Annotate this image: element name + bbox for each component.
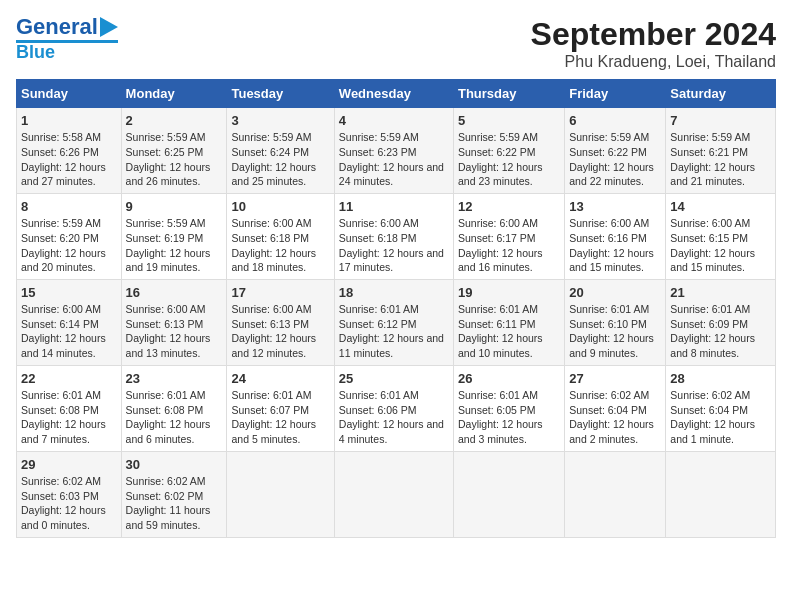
daylight-text: Daylight: 12 hours and 20 minutes. — [21, 246, 117, 275]
sunrise-text: Sunrise: 5:58 AM — [21, 130, 117, 145]
daylight-text: Daylight: 12 hours and 11 minutes. — [339, 331, 449, 360]
sunset-text: Sunset: 6:04 PM — [670, 403, 771, 418]
daylight-text: Daylight: 12 hours and 18 minutes. — [231, 246, 329, 275]
sunset-text: Sunset: 6:22 PM — [458, 145, 560, 160]
sunrise-text: Sunrise: 6:02 AM — [126, 474, 223, 489]
sunset-text: Sunset: 6:13 PM — [126, 317, 223, 332]
daylight-text: Daylight: 12 hours and 7 minutes. — [21, 417, 117, 446]
sunset-text: Sunset: 6:14 PM — [21, 317, 117, 332]
calendar-cell: 26Sunrise: 6:01 AMSunset: 6:05 PMDayligh… — [453, 365, 564, 451]
day-number: 23 — [126, 370, 223, 388]
day-number: 10 — [231, 198, 329, 216]
sunrise-text: Sunrise: 6:01 AM — [458, 388, 560, 403]
day-number: 1 — [21, 112, 117, 130]
header-row: SundayMondayTuesdayWednesdayThursdayFrid… — [17, 80, 776, 108]
sunrise-text: Sunrise: 5:59 AM — [21, 216, 117, 231]
daylight-text: Daylight: 12 hours and 23 minutes. — [458, 160, 560, 189]
calendar-cell: 8Sunrise: 5:59 AMSunset: 6:20 PMDaylight… — [17, 193, 122, 279]
day-number: 8 — [21, 198, 117, 216]
sunset-text: Sunset: 6:18 PM — [339, 231, 449, 246]
header-day-friday: Friday — [565, 80, 666, 108]
sunset-text: Sunset: 6:20 PM — [21, 231, 117, 246]
day-number: 25 — [339, 370, 449, 388]
daylight-text: Daylight: 12 hours and 3 minutes. — [458, 417, 560, 446]
sunset-text: Sunset: 6:07 PM — [231, 403, 329, 418]
day-number: 3 — [231, 112, 329, 130]
sunrise-text: Sunrise: 5:59 AM — [670, 130, 771, 145]
sunset-text: Sunset: 6:08 PM — [21, 403, 117, 418]
sunset-text: Sunset: 6:09 PM — [670, 317, 771, 332]
day-number: 18 — [339, 284, 449, 302]
daylight-text: Daylight: 12 hours and 6 minutes. — [126, 417, 223, 446]
day-number: 26 — [458, 370, 560, 388]
sunrise-text: Sunrise: 6:01 AM — [231, 388, 329, 403]
sunrise-text: Sunrise: 6:00 AM — [458, 216, 560, 231]
calendar-week-row: 15Sunrise: 6:00 AMSunset: 6:14 PMDayligh… — [17, 279, 776, 365]
logo-arrow-icon — [100, 17, 118, 37]
calendar-cell: 16Sunrise: 6:00 AMSunset: 6:13 PMDayligh… — [121, 279, 227, 365]
sunset-text: Sunset: 6:15 PM — [670, 231, 771, 246]
title-area: September 2024 Phu Kradueng, Loei, Thail… — [531, 16, 776, 71]
sunrise-text: Sunrise: 6:02 AM — [670, 388, 771, 403]
sunrise-text: Sunrise: 6:02 AM — [21, 474, 117, 489]
calendar-cell: 18Sunrise: 6:01 AMSunset: 6:12 PMDayligh… — [334, 279, 453, 365]
day-number: 16 — [126, 284, 223, 302]
header-day-sunday: Sunday — [17, 80, 122, 108]
calendar-cell: 22Sunrise: 6:01 AMSunset: 6:08 PMDayligh… — [17, 365, 122, 451]
daylight-text: Daylight: 12 hours and 15 minutes. — [670, 246, 771, 275]
calendar-cell: 11Sunrise: 6:00 AMSunset: 6:18 PMDayligh… — [334, 193, 453, 279]
day-number: 21 — [670, 284, 771, 302]
header-day-saturday: Saturday — [666, 80, 776, 108]
sunrise-text: Sunrise: 6:00 AM — [339, 216, 449, 231]
sunrise-text: Sunrise: 6:01 AM — [339, 302, 449, 317]
calendar-cell: 28Sunrise: 6:02 AMSunset: 6:04 PMDayligh… — [666, 365, 776, 451]
day-number: 28 — [670, 370, 771, 388]
sunrise-text: Sunrise: 5:59 AM — [339, 130, 449, 145]
sunset-text: Sunset: 6:16 PM — [569, 231, 661, 246]
sunset-text: Sunset: 6:24 PM — [231, 145, 329, 160]
calendar-cell: 29Sunrise: 6:02 AMSunset: 6:03 PMDayligh… — [17, 451, 122, 537]
sunrise-text: Sunrise: 5:59 AM — [569, 130, 661, 145]
calendar-cell — [666, 451, 776, 537]
sunrise-text: Sunrise: 6:00 AM — [126, 302, 223, 317]
sunset-text: Sunset: 6:11 PM — [458, 317, 560, 332]
daylight-text: Daylight: 12 hours and 8 minutes. — [670, 331, 771, 360]
sunset-text: Sunset: 6:12 PM — [339, 317, 449, 332]
daylight-text: Daylight: 12 hours and 0 minutes. — [21, 503, 117, 532]
calendar-week-row: 1Sunrise: 5:58 AMSunset: 6:26 PMDaylight… — [17, 108, 776, 194]
sunrise-text: Sunrise: 6:02 AM — [569, 388, 661, 403]
day-number: 27 — [569, 370, 661, 388]
calendar-cell: 17Sunrise: 6:00 AMSunset: 6:13 PMDayligh… — [227, 279, 334, 365]
calendar-cell: 14Sunrise: 6:00 AMSunset: 6:15 PMDayligh… — [666, 193, 776, 279]
daylight-text: Daylight: 12 hours and 24 minutes. — [339, 160, 449, 189]
day-number: 24 — [231, 370, 329, 388]
sunrise-text: Sunrise: 6:00 AM — [231, 216, 329, 231]
sunrise-text: Sunrise: 6:01 AM — [569, 302, 661, 317]
day-number: 7 — [670, 112, 771, 130]
header-day-tuesday: Tuesday — [227, 80, 334, 108]
calendar-cell: 5Sunrise: 5:59 AMSunset: 6:22 PMDaylight… — [453, 108, 564, 194]
sunrise-text: Sunrise: 6:00 AM — [670, 216, 771, 231]
sunrise-text: Sunrise: 6:00 AM — [21, 302, 117, 317]
day-number: 11 — [339, 198, 449, 216]
sunset-text: Sunset: 6:21 PM — [670, 145, 771, 160]
day-number: 17 — [231, 284, 329, 302]
sunset-text: Sunset: 6:26 PM — [21, 145, 117, 160]
sunrise-text: Sunrise: 6:00 AM — [231, 302, 329, 317]
sunset-text: Sunset: 6:04 PM — [569, 403, 661, 418]
calendar-cell: 30Sunrise: 6:02 AMSunset: 6:02 PMDayligh… — [121, 451, 227, 537]
calendar-week-row: 8Sunrise: 5:59 AMSunset: 6:20 PMDaylight… — [17, 193, 776, 279]
sunrise-text: Sunrise: 5:59 AM — [458, 130, 560, 145]
sunrise-text: Sunrise: 6:01 AM — [458, 302, 560, 317]
daylight-text: Daylight: 12 hours and 19 minutes. — [126, 246, 223, 275]
calendar-cell: 21Sunrise: 6:01 AMSunset: 6:09 PMDayligh… — [666, 279, 776, 365]
daylight-text: Daylight: 12 hours and 26 minutes. — [126, 160, 223, 189]
day-number: 14 — [670, 198, 771, 216]
calendar-cell: 10Sunrise: 6:00 AMSunset: 6:18 PMDayligh… — [227, 193, 334, 279]
daylight-text: Daylight: 12 hours and 15 minutes. — [569, 246, 661, 275]
calendar-cell: 24Sunrise: 6:01 AMSunset: 6:07 PMDayligh… — [227, 365, 334, 451]
sunset-text: Sunset: 6:05 PM — [458, 403, 560, 418]
calendar-cell: 19Sunrise: 6:01 AMSunset: 6:11 PMDayligh… — [453, 279, 564, 365]
calendar-cell: 9Sunrise: 5:59 AMSunset: 6:19 PMDaylight… — [121, 193, 227, 279]
calendar-cell: 23Sunrise: 6:01 AMSunset: 6:08 PMDayligh… — [121, 365, 227, 451]
